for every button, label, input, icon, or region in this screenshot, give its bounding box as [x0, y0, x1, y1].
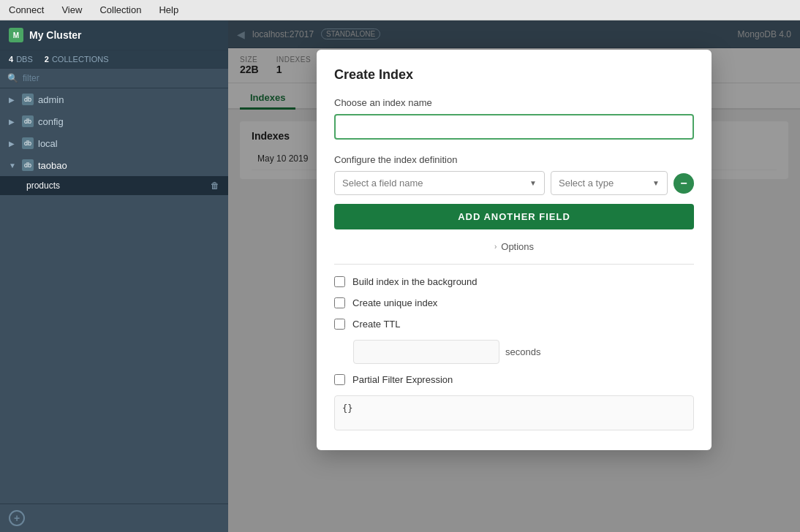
menu-bar: Connect View Collection Help [0, 0, 800, 20]
filter-input[interactable] [23, 73, 221, 83]
sidebar-item-products[interactable]: products 🗑 [0, 176, 228, 195]
options-chevron-icon: › [494, 243, 497, 251]
delete-icon[interactable]: 🗑 [211, 180, 219, 191]
content-area: ◀ localhost:27017 STANDALONE MongoDB 4.0… [228, 20, 800, 532]
partial-filter-label: Partial Filter Expression [352, 374, 453, 385]
unique-checkbox-row: Create unique index [334, 297, 694, 308]
main-layout: M My Cluster 4 DBS 2 COLLECTIONS 🔍 ▶ db … [0, 20, 800, 532]
sidebar-item-admin[interactable]: ▶ db admin [0, 88, 228, 110]
unique-index-label: Create unique index [352, 297, 437, 308]
add-database-button[interactable]: + [9, 510, 25, 526]
field-name-select[interactable]: Select a field name ▼ [334, 171, 545, 195]
create-index-modal: Create Index Choose an index name Config… [317, 50, 712, 450]
collection-count: 2 COLLECTIONS [45, 55, 109, 64]
options-toggle[interactable]: › Options [334, 241, 694, 252]
sidebar-nav: ▶ db admin ▶ db config ▶ db local ▼ db t… [0, 88, 228, 503]
index-name-label: Choose an index name [334, 97, 694, 108]
configure-label: Configure the index definition [334, 154, 694, 165]
chevron-down-icon: ▼ [9, 162, 18, 170]
cluster-icon: M [9, 28, 23, 42]
options-divider [334, 264, 694, 265]
background-checkbox[interactable] [334, 276, 345, 287]
index-name-input[interactable] [334, 114, 694, 140]
sidebar-item-local[interactable]: ▶ db local [0, 132, 228, 154]
sidebar-item-label-products: products [26, 180, 60, 191]
options-label: Options [501, 241, 534, 252]
partial-filter-json-input[interactable]: {} [334, 395, 694, 430]
ttl-input-row: seconds [353, 340, 694, 364]
db-icon: db [22, 115, 34, 127]
field-definition-row: Select a field name ▼ Select a type ▼ − [334, 171, 694, 195]
partial-filter-checkbox-row: Partial Filter Expression [334, 374, 694, 385]
partial-filter-json-wrapper: {} [334, 395, 694, 433]
ttl-input[interactable] [353, 340, 499, 364]
ttl-label: Create TTL [352, 319, 401, 330]
sidebar-stats: 4 DBS 2 COLLECTIONS [0, 50, 228, 69]
cluster-name: My Cluster [29, 29, 82, 41]
ttl-checkbox-row: Create TTL [334, 319, 694, 330]
seconds-label: seconds [505, 346, 540, 357]
ttl-checkbox[interactable] [334, 319, 345, 330]
menu-help[interactable]: Help [156, 3, 181, 17]
db-icon: db [22, 94, 34, 105]
background-checkbox-row: Build index in the background [334, 276, 694, 287]
db-icon: db [22, 159, 34, 171]
sidebar-item-label-local: local [38, 138, 58, 149]
chevron-right-icon: ▶ [9, 118, 18, 126]
field-type-select[interactable]: Select a type ▼ [551, 171, 668, 195]
modal-overlay: Create Index Choose an index name Config… [228, 20, 800, 532]
sidebar: M My Cluster 4 DBS 2 COLLECTIONS 🔍 ▶ db … [0, 20, 228, 532]
sidebar-header: M My Cluster [0, 20, 228, 50]
sidebar-item-label-config: config [38, 116, 64, 127]
sidebar-item-taobao[interactable]: ▼ db taobao [0, 154, 228, 176]
menu-connect[interactable]: Connect [6, 3, 47, 17]
modal-title: Create Index [334, 67, 694, 83]
partial-filter-checkbox[interactable] [334, 374, 345, 385]
db-count: 4 DBS [9, 55, 33, 64]
menu-view[interactable]: View [59, 3, 85, 17]
sidebar-search: 🔍 [0, 69, 228, 88]
sidebar-item-label-admin: admin [38, 94, 64, 105]
menu-collection[interactable]: Collection [97, 3, 144, 17]
background-checkbox-label: Build index in the background [352, 276, 478, 287]
unique-index-checkbox[interactable] [334, 297, 345, 308]
chevron-right-icon: ▶ [9, 96, 18, 104]
chevron-right-icon: ▶ [9, 140, 18, 148]
remove-field-button[interactable]: − [673, 173, 694, 194]
sidebar-footer: + [0, 503, 228, 532]
sidebar-item-label-taobao: taobao [38, 160, 67, 171]
add-another-field-button[interactable]: ADD ANOTHER FIELD [334, 204, 694, 229]
sidebar-item-config[interactable]: ▶ db config [0, 110, 228, 132]
search-icon: 🔍 [7, 73, 18, 83]
db-icon: db [22, 137, 34, 149]
